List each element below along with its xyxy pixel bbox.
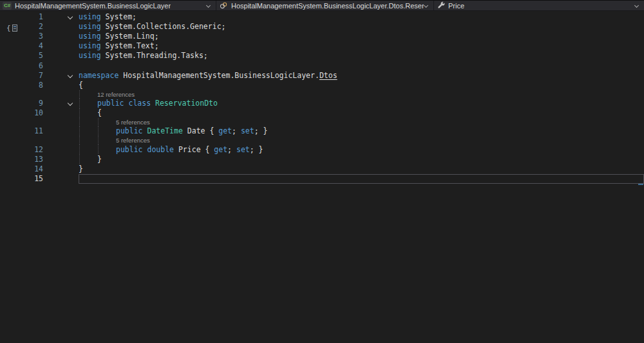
code-token: ;	[227, 145, 236, 154]
code-token: ;	[232, 126, 241, 135]
code-token: DateTime	[147, 126, 182, 135]
line-number: 15	[0, 174, 44, 183]
type-dropdown[interactable]: HospitalManagementSystem.BusinessLogicLa…	[216, 1, 434, 10]
code-row: 14}	[0, 164, 644, 173]
code-token: public double	[116, 145, 174, 154]
code-token: Date {	[183, 126, 218, 135]
chevron-down-icon	[634, 3, 640, 8]
code-rows: 1using System;2using System.Collections.…	[0, 12, 644, 184]
code-token: using	[79, 32, 106, 41]
line-number: 14	[0, 164, 44, 173]
indent-guide	[79, 136, 97, 144]
code-row: 10{	[0, 108, 644, 118]
code-token: ; }	[254, 126, 268, 135]
code-row: 9public class ReservationDto	[0, 99, 644, 108]
line-number: 12	[0, 145, 44, 154]
code-row: 2using System.Collections.Generic;	[0, 21, 644, 31]
fold-toggle[interactable]	[44, 14, 79, 19]
code-line[interactable]: using System;	[79, 12, 644, 21]
codelens-content[interactable]: 12 references	[79, 90, 644, 99]
code-line[interactable]	[79, 174, 644, 184]
code-token: {	[97, 108, 102, 117]
codelens-row: 5 references	[0, 136, 644, 144]
indent-guide	[98, 126, 116, 136]
code-token: namespace	[79, 71, 123, 80]
member-dropdown-label: Price	[448, 2, 464, 10]
code-row: 11public DateTime Date { get; set; }	[0, 126, 644, 136]
code-row: 8{	[0, 80, 644, 90]
code-line[interactable]: }	[79, 164, 644, 173]
code-token: System.Threading.Tasks;	[106, 51, 208, 60]
codelens-references-link[interactable]: 5 references	[116, 137, 150, 144]
code-row: 1using System;	[0, 12, 644, 21]
project-dropdown[interactable]: C# HospitalManagementSystem.BusinessLogi…	[0, 1, 216, 10]
code-line[interactable]: public double Price { get; set; }	[79, 144, 644, 154]
code-token: using	[79, 51, 106, 60]
line-number: 13	[0, 155, 44, 164]
code-line[interactable]: {	[79, 108, 644, 118]
code-row: 5using System.Threading.Tasks;	[0, 51, 644, 61]
line-number: 9	[0, 99, 44, 108]
code-token: ReservationDto	[155, 99, 218, 108]
indent-guide	[79, 118, 97, 126]
indent-guide	[79, 126, 97, 136]
property-wrench-icon	[437, 1, 445, 10]
code-editor[interactable]: { 1using System;2using System.Collection…	[0, 11, 644, 342]
code-row: 13}	[0, 154, 644, 164]
code-row: 3using System.Linq;	[0, 31, 644, 41]
outline-margin-icon[interactable]: {	[6, 24, 17, 32]
code-token: get	[218, 126, 232, 135]
code-line[interactable]: namespace HospitalManagementSystem.Busin…	[79, 70, 644, 80]
line-number: 5	[0, 51, 44, 60]
indent-guide	[79, 154, 97, 164]
line-number: 6	[0, 61, 44, 70]
code-token: public	[116, 126, 147, 135]
code-token: using	[79, 41, 106, 50]
line-number: 3	[0, 32, 44, 41]
code-token: HospitalManagementSystem.BusinessLogicLa…	[123, 71, 319, 80]
code-token: System.Linq;	[106, 32, 159, 41]
fold-toggle[interactable]	[44, 101, 79, 106]
code-token: System;	[106, 12, 137, 21]
codelens-content[interactable]: 5 references	[79, 118, 644, 126]
indent-guide	[98, 144, 116, 154]
code-token: ; }	[250, 145, 263, 154]
type-dropdown-label: HospitalManagementSystem.BusinessLogicLa…	[231, 2, 424, 10]
code-line[interactable]: using System.Threading.Tasks;	[79, 51, 644, 61]
code-row: 7namespace HospitalManagementSystem.Busi…	[0, 70, 644, 80]
code-token: System.Collections.Generic;	[106, 22, 226, 31]
member-dropdown[interactable]: Price	[434, 1, 644, 10]
indent-guide	[98, 118, 116, 126]
chevron-down-icon	[68, 14, 73, 19]
indent-guide	[79, 144, 97, 154]
code-line[interactable]: public class ReservationDto	[79, 99, 644, 108]
code-token: set	[236, 145, 250, 154]
class-icon	[219, 1, 228, 10]
code-line[interactable]: }	[79, 154, 644, 164]
code-token: }	[79, 164, 83, 173]
code-line[interactable]: using System.Linq;	[79, 31, 644, 41]
codelens-row: 5 references	[0, 118, 644, 126]
chevron-down-icon	[424, 3, 430, 8]
codelens-row: 12 references	[0, 90, 644, 99]
codelens-references-link[interactable]: 12 references	[97, 91, 135, 98]
code-token: System.Text;	[106, 41, 159, 50]
fold-toggle[interactable]	[44, 73, 79, 78]
brace-glyph: {	[6, 24, 11, 32]
line-number: 1	[0, 12, 44, 21]
line-number: 4	[0, 41, 44, 50]
indent-guide	[79, 99, 97, 108]
code-line[interactable]: using System.Collections.Generic;	[79, 21, 644, 31]
scrollbar-caret-marker	[638, 184, 643, 185]
code-line[interactable]: {	[79, 80, 644, 90]
code-line[interactable]: using System.Text;	[79, 41, 644, 51]
code-line[interactable]	[79, 61, 644, 70]
indent-guide	[98, 136, 116, 144]
document-glyph	[12, 24, 17, 32]
codelens-references-link[interactable]: 5 references	[116, 119, 150, 126]
line-number: 11	[0, 126, 44, 135]
navigation-bar: C# HospitalManagementSystem.BusinessLogi…	[0, 0, 644, 11]
code-line[interactable]: public DateTime Date { get; set; }	[79, 126, 644, 136]
code-token: using	[79, 22, 106, 31]
codelens-content[interactable]: 5 references	[79, 136, 644, 144]
